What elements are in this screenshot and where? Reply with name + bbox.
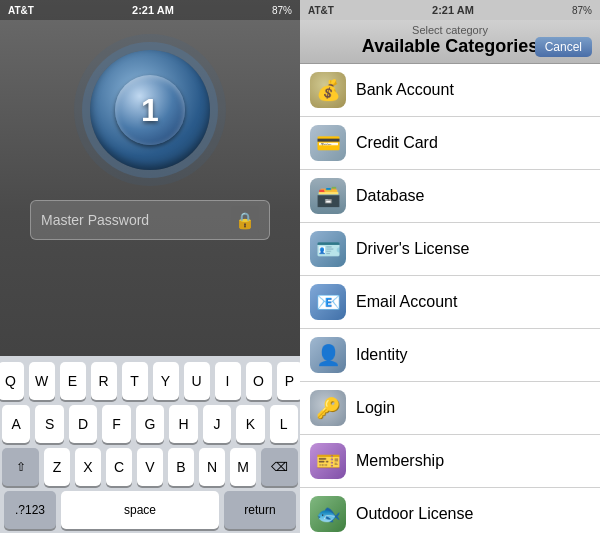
cancel-button[interactable]: Cancel [535,37,592,57]
category-list: 💰Bank Account💳Credit Card🗃️Database🪪Driv… [300,64,600,533]
key-k[interactable]: K [236,405,264,443]
category-item-identity[interactable]: 👤Identity [300,329,600,382]
category-icon-outdoor-license: 🐟 [310,496,346,532]
category-icon-credit-card: 💳 [310,125,346,161]
category-label-identity: Identity [356,346,408,364]
category-label-drivers-license: Driver's License [356,240,469,258]
left-carrier: AT&T [8,5,34,16]
header-row: Available Categories Cancel [308,36,592,57]
category-icon-identity: 👤 [310,337,346,373]
right-battery: 87% [572,5,592,16]
space-key[interactable]: space [61,491,219,529]
category-label-membership: Membership [356,452,444,470]
logo-inner: 1 [115,75,185,145]
category-label-bank-account: Bank Account [356,81,454,99]
shift-key[interactable]: ⇧ [2,448,39,486]
key-d[interactable]: D [69,405,97,443]
category-header: Select category Available Categories Can… [300,20,600,64]
key-l[interactable]: L [270,405,298,443]
keyboard-row-3: ⇧ Z X C V B N M ⌫ [2,448,298,486]
key-r[interactable]: R [91,362,117,400]
key-u[interactable]: U [184,362,210,400]
key-s[interactable]: S [35,405,63,443]
key-a[interactable]: A [2,405,30,443]
category-label-credit-card: Credit Card [356,134,438,152]
category-icon-bank-account: 💰 [310,72,346,108]
category-icon-email-account: 📧 [310,284,346,320]
category-item-membership[interactable]: 🎫Membership [300,435,600,488]
left-battery-percent: 87% [272,5,292,16]
password-field-area[interactable]: Master Password 🔒 [30,200,270,240]
key-f[interactable]: F [102,405,130,443]
category-item-credit-card[interactable]: 💳Credit Card [300,117,600,170]
status-bar-left: AT&T 2:21 AM 87% [0,0,300,20]
right-panel: AT&T 2:21 AM 87% Select category Availab… [300,0,600,533]
key-c[interactable]: C [106,448,132,486]
category-item-email-account[interactable]: 📧Email Account [300,276,600,329]
left-time: 2:21 AM [132,4,174,16]
key-z[interactable]: Z [44,448,70,486]
key-g[interactable]: G [136,405,164,443]
number-key[interactable]: .?123 [4,491,56,529]
one-password-icon: 1 [141,92,159,129]
key-i[interactable]: I [215,362,241,400]
key-y[interactable]: Y [153,362,179,400]
category-label-email-account: Email Account [356,293,457,311]
keyboard-row-1: Q W E R T Y U I O P [2,362,298,400]
category-label-outdoor-license: Outdoor License [356,505,473,523]
category-icon-database: 🗃️ [310,178,346,214]
key-x[interactable]: X [75,448,101,486]
key-h[interactable]: H [169,405,197,443]
category-item-bank-account[interactable]: 💰Bank Account [300,64,600,117]
key-p[interactable]: P [277,362,301,400]
key-o[interactable]: O [246,362,272,400]
right-time: 2:21 AM [432,4,474,16]
key-b[interactable]: B [168,448,194,486]
category-icon-membership: 🎫 [310,443,346,479]
password-label: Master Password [41,212,149,228]
lock-symbol: 🔒 [235,211,255,230]
keyboard-row-4: .?123 space return [2,491,298,529]
lock-icon: 🔒 [231,206,259,234]
keyboard-row-2: A S D F G H J K L [2,405,298,443]
category-item-outdoor-license[interactable]: 🐟Outdoor License [300,488,600,533]
category-item-login[interactable]: 🔑Login [300,382,600,435]
key-m[interactable]: M [230,448,256,486]
left-battery: 87% [272,5,292,16]
master-password-field[interactable]: Master Password 🔒 [30,200,270,240]
category-icon-drivers-license: 🪪 [310,231,346,267]
app-logo: 1 [90,50,210,170]
key-v[interactable]: V [137,448,163,486]
available-categories-title: Available Categories [362,36,538,57]
status-bar-right: AT&T 2:21 AM 87% [300,0,600,20]
key-t[interactable]: T [122,362,148,400]
delete-key[interactable]: ⌫ [261,448,298,486]
key-q[interactable]: Q [0,362,24,400]
right-carrier: AT&T [308,5,334,16]
category-item-drivers-license[interactable]: 🪪Driver's License [300,223,600,276]
key-e[interactable]: E [60,362,86,400]
key-w[interactable]: W [29,362,55,400]
left-panel: AT&T 2:21 AM 87% 1 Master Password 🔒 Q W… [0,0,300,533]
key-j[interactable]: J [203,405,231,443]
category-label-database: Database [356,187,425,205]
return-key[interactable]: return [224,491,296,529]
keyboard: Q W E R T Y U I O P A S D F G H J K L ⇧ … [0,356,300,533]
key-n[interactable]: N [199,448,225,486]
category-item-database[interactable]: 🗃️Database [300,170,600,223]
select-category-label: Select category [308,24,592,36]
category-icon-login: 🔑 [310,390,346,426]
category-label-login: Login [356,399,395,417]
